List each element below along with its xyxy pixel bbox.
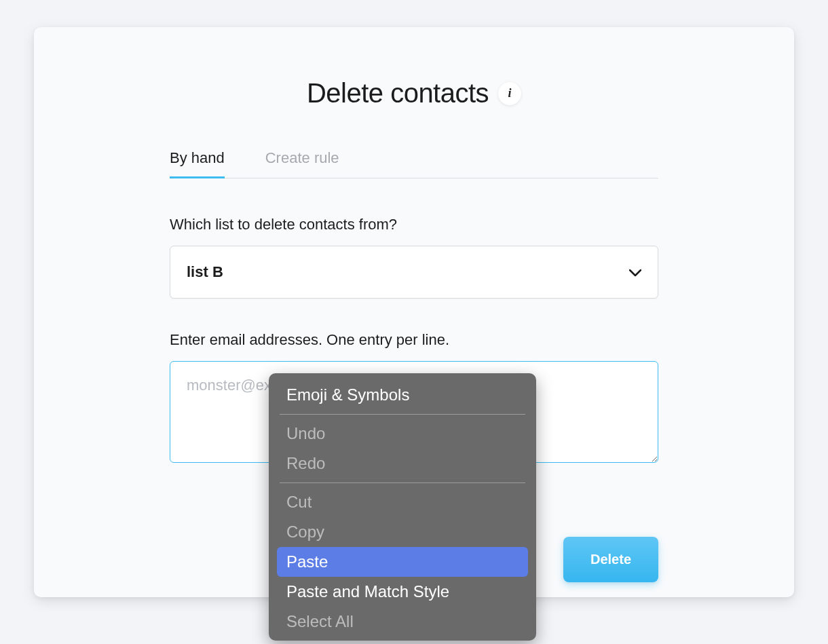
menu-item-redo[interactable]: Redo bbox=[277, 449, 528, 478]
menu-item-paste-match-style[interactable]: Paste and Match Style bbox=[277, 577, 528, 607]
menu-item-select-all[interactable]: Select All bbox=[277, 607, 528, 637]
menu-item-undo[interactable]: Undo bbox=[277, 419, 528, 449]
page-title: Delete contacts bbox=[307, 78, 489, 109]
menu-item-paste[interactable]: Paste bbox=[277, 547, 528, 577]
menu-item-emoji-symbols[interactable]: Emoji & Symbols bbox=[277, 380, 528, 410]
context-menu: Emoji & Symbols Undo Redo Cut Copy Paste… bbox=[269, 373, 536, 641]
tab-by-hand[interactable]: By hand bbox=[170, 149, 225, 178]
menu-divider bbox=[280, 482, 525, 483]
title-row: Delete contacts i bbox=[170, 78, 658, 109]
email-textarea-label: Enter email addresses. One entry per lin… bbox=[170, 331, 658, 349]
tabs: By hand Create rule bbox=[170, 149, 658, 178]
menu-divider bbox=[280, 414, 525, 415]
menu-item-copy[interactable]: Copy bbox=[277, 517, 528, 547]
delete-button[interactable]: Delete bbox=[563, 537, 658, 582]
list-select[interactable]: list B bbox=[170, 246, 658, 299]
info-icon[interactable]: i bbox=[498, 82, 521, 105]
tab-create-rule[interactable]: Create rule bbox=[265, 149, 339, 178]
menu-item-cut[interactable]: Cut bbox=[277, 487, 528, 517]
list-select-value: list B bbox=[187, 263, 223, 281]
list-select-label: Which list to delete contacts from? bbox=[170, 216, 658, 233]
chevron-down-icon bbox=[629, 268, 641, 276]
